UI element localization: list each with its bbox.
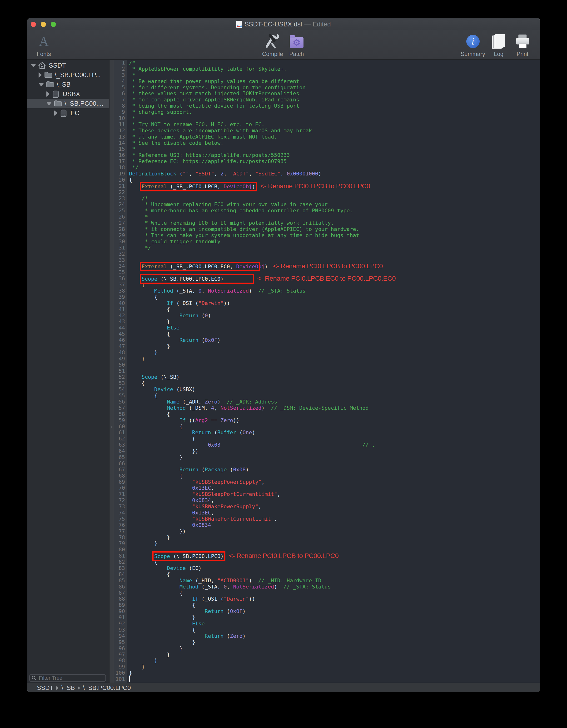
code-line[interactable]: /* <box>127 60 540 66</box>
code-line[interactable]: * These devices are incompatible with ma… <box>127 128 540 134</box>
code-line[interactable]: External (_SB_.PC00.LPC0.EC0, DeviceObj)… <box>127 263 540 269</box>
code-line[interactable]: * <box>127 115 540 121</box>
code-line[interactable]: Return (0) <box>127 313 540 319</box>
code-line[interactable] <box>127 676 540 682</box>
disclosure-open-icon[interactable] <box>31 64 36 67</box>
code-line[interactable]: 0x0834 <box>127 522 540 528</box>
disclosure-closed-icon[interactable] <box>54 110 58 116</box>
code-line[interactable]: } <box>127 343 540 349</box>
code-line[interactable] <box>127 189 540 195</box>
code-line[interactable]: 0x13EC, <box>127 485 540 491</box>
code-line[interactable]: If (_OSI ("Darwin")) <box>127 596 540 602</box>
code-line[interactable]: Method (_STA, 0, NotSerialized) // _STA:… <box>127 288 540 294</box>
code-line[interactable] <box>127 362 540 368</box>
code-line[interactable]: * This can make your system unbootable a… <box>127 232 540 239</box>
code-line[interactable]: } <box>127 319 540 325</box>
code-line[interactable]: { <box>127 424 540 430</box>
breadcrumb-sb[interactable]: \_SB <box>61 684 75 692</box>
sidebar-item-sbpc00lp[interactable]: \_SB.PC00.LP... <box>27 70 109 80</box>
code-line[interactable]: { <box>127 294 540 300</box>
code-line[interactable]: } <box>127 664 540 670</box>
code-line[interactable]: /* <box>127 195 540 202</box>
code-line[interactable]: } <box>127 454 540 460</box>
code-line[interactable]: Method (_STA, 0, NotSerialized) // _STA:… <box>127 584 540 590</box>
code-line[interactable]: { <box>127 590 540 596</box>
code-line[interactable]: { <box>127 177 540 183</box>
code-line[interactable]: "kUSBSleepPowerSupply", <box>127 479 540 485</box>
code-line[interactable]: } <box>127 356 540 362</box>
code-line[interactable]: External (_SB_.PCI0.LPCB, DeviceObj)<- R… <box>127 183 540 189</box>
code-line[interactable]: * these values must match injected IOKit… <box>127 90 540 97</box>
code-line[interactable]: { <box>127 602 540 608</box>
patch-button[interactable]: ⚙ Patch <box>286 32 307 57</box>
code-line[interactable]: * <box>127 72 540 78</box>
code-line[interactable] <box>127 251 540 257</box>
code-line[interactable]: }) <box>127 528 540 534</box>
code-line[interactable]: { <box>127 571 540 578</box>
sidebar-item-ssdt[interactable]: SSDT <box>27 61 109 70</box>
pane-splitter[interactable] <box>109 60 114 683</box>
code-line[interactable]: { <box>127 436 540 442</box>
code-line[interactable]: * While renaming EC0 to EC might potenti… <box>127 220 540 226</box>
code-line[interactable]: * AppleUsbPower compatibility table for … <box>127 66 540 72</box>
code-line[interactable]: Device (EC) <box>127 565 540 571</box>
code-line[interactable]: Return (Buffer (One) <box>127 429 540 436</box>
code-line[interactable]: Scope (\_SB.PC00.LPC0)<- Rename PCI0.LPC… <box>127 553 540 559</box>
code-line[interactable]: } <box>127 534 540 541</box>
code-line[interactable]: Scope (\_SB) <box>127 374 540 380</box>
code-line[interactable]: Device (USBX) <box>127 386 540 393</box>
code-line[interactable]: } <box>127 540 540 547</box>
disclosure-open-icon[interactable] <box>39 83 44 86</box>
code-line[interactable]: * See the disable code below. <box>127 140 540 146</box>
code-line[interactable]: Scope (\_SB.PC00.LPC0.EC0) <- Rename PCI… <box>127 275 540 282</box>
code-line[interactable]: { <box>127 559 540 565</box>
code-line[interactable]: } <box>127 670 540 676</box>
code-line[interactable]: * charging support. <box>127 109 540 115</box>
print-button[interactable]: Print <box>512 32 533 57</box>
code-line[interactable]: } <box>127 639 540 645</box>
code-line[interactable]: { <box>127 380 540 386</box>
code-line[interactable]: * could trigger randomly. <box>127 239 540 245</box>
code-line[interactable]: Return (Package (0x08) <box>127 467 540 473</box>
code-line[interactable]: Method (_DSM, 4, NotSerialized) // _DSM:… <box>127 405 540 411</box>
code-line[interactable]: 0x13EC, <box>127 510 540 516</box>
summary-button[interactable]: i Summary <box>461 32 485 57</box>
sidebar-item-sb[interactable]: \_SB <box>27 80 109 89</box>
code-line[interactable]: { <box>127 411 540 417</box>
code-line[interactable]: Else <box>127 325 540 331</box>
code-line[interactable]: { <box>127 306 540 313</box>
disclosure-closed-icon[interactable] <box>46 91 50 97</box>
code-line[interactable]: { <box>127 473 540 479</box>
code-line[interactable]: } <box>127 645 540 652</box>
code-line[interactable]: Return (Zero) <box>127 633 540 639</box>
code-line[interactable]: * Reference EC: https://applelife.ru/pos… <box>127 158 540 165</box>
sidebar-item-ec[interactable]: EC <box>27 108 109 118</box>
code-line[interactable]: * <box>127 214 540 220</box>
code-line[interactable]: * <box>127 146 540 152</box>
filter-field[interactable] <box>29 674 106 682</box>
code-line[interactable]: * for com.apple.driver.AppleUSBMergeNub.… <box>127 97 540 103</box>
code-line[interactable]: If ((Arg2 == Zero)) <box>127 417 540 424</box>
breadcrumb-root[interactable]: SSDT <box>37 684 53 692</box>
disclosure-closed-icon[interactable] <box>39 72 42 78</box>
code-line[interactable]: } <box>127 652 540 658</box>
compile-button[interactable]: Compile <box>262 32 283 57</box>
disclosure-open-icon[interactable] <box>46 102 52 105</box>
code-line[interactable]: DefinitionBlock ("", "SSDT", 2, "ACDT", … <box>127 171 540 177</box>
code-line[interactable]: Else <box>127 621 540 627</box>
code-line[interactable]: */ <box>127 245 540 251</box>
code-line[interactable]: }) <box>127 448 540 454</box>
code-line[interactable] <box>127 460 540 467</box>
code-line[interactable]: Name (_ADR, Zero) // _ADR: Address <box>127 399 540 405</box>
code-line[interactable]: If (_OSI ("Darwin")) <box>127 300 540 306</box>
sidebar-item-usbx[interactable]: USBX <box>27 89 109 99</box>
code-line[interactable]: * Uncomment replacing EC0 with your own … <box>127 201 540 208</box>
code-line[interactable]: 0x03 // . <box>127 442 540 448</box>
code-line[interactable]: 0x0834, <box>127 497 540 504</box>
code-line[interactable]: * Be warned that power supply values can… <box>127 78 540 85</box>
code-editor[interactable]: /* * AppleUsbPower compatibility table f… <box>127 60 540 683</box>
code-line[interactable]: * motherboard has an existing embedded c… <box>127 208 540 214</box>
code-line[interactable]: } <box>127 658 540 664</box>
code-line[interactable]: "kUSBWakePowerSupply", <box>127 504 540 510</box>
code-line[interactable]: } <box>127 349 540 356</box>
